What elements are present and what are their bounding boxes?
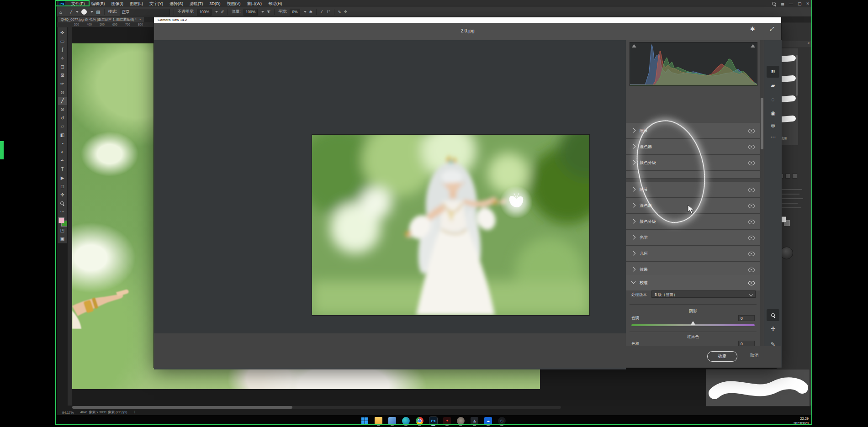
close-button[interactable]: ✕: [806, 1, 810, 6]
horizontal-scrollbar[interactable]: [72, 406, 561, 409]
chevron-down-icon[interactable]: [76, 11, 79, 13]
hand-tool-icon[interactable]: ✣: [58, 190, 67, 199]
eye-icon[interactable]: [748, 252, 755, 256]
red-eye-tool-icon[interactable]: ◉: [767, 107, 779, 119]
scrollbar-thumb[interactable]: [72, 406, 292, 409]
dodge-tool-icon[interactable]: ◐: [58, 148, 67, 157]
eye-icon[interactable]: [748, 161, 755, 165]
search-icon[interactable]: [772, 2, 776, 6]
quick-mask-icon[interactable]: ◳: [58, 226, 67, 235]
crop-tool-icon[interactable]: ⊡: [58, 63, 67, 71]
shape-tool-icon[interactable]: ◻: [58, 182, 67, 190]
maximize-button[interactable]: ▢: [798, 1, 802, 6]
healing-tool-icon[interactable]: ⊜: [58, 88, 67, 97]
hand-tool-icon[interactable]: ✣: [767, 323, 779, 335]
path-select-tool-icon[interactable]: ▶: [58, 174, 67, 182]
angle-value[interactable]: 1°: [326, 10, 330, 14]
edit-tool-icon[interactable]: ≋: [767, 66, 779, 78]
photo-preview[interactable]: [312, 135, 589, 315]
document-tab[interactable]: QHQ_0677.jpg @ 41% (图层副本 1, 图层蒙版/8) * ×: [58, 17, 144, 22]
color-wheel[interactable]: [780, 247, 793, 259]
status-arrow-icon[interactable]: 〉: [133, 410, 137, 415]
app-icon-dark-circle[interactable]: ◴: [498, 417, 506, 425]
camera-raw-preview-area[interactable]: 适应（47%） 30%: [154, 40, 626, 333]
panel-collapse-header[interactable]: «: [777, 41, 811, 47]
section-row-几何[interactable]: 几何: [626, 246, 760, 262]
menu-item[interactable]: 滤镜(T): [186, 0, 206, 7]
move-tool-icon[interactable]: ✜: [58, 28, 67, 37]
eye-icon[interactable]: [748, 129, 755, 133]
eye-icon[interactable]: [748, 204, 755, 208]
type-tool-icon[interactable]: T: [58, 165, 67, 174]
tab-close-icon[interactable]: ×: [139, 17, 141, 22]
camera-raw-titlebar[interactable]: Camera Raw 14.2: [154, 17, 781, 23]
chevron-down-icon[interactable]: [304, 11, 307, 13]
eye-icon[interactable]: [748, 268, 755, 272]
eyedropper-tool-icon[interactable]: ✑: [58, 79, 67, 88]
app-icon-gray-circle[interactable]: [457, 417, 465, 425]
edge-browser-icon[interactable]: [402, 417, 410, 425]
slider-thumb[interactable]: [691, 321, 695, 325]
brush-tool-icon[interactable]: ╱: [58, 97, 67, 105]
eye-icon[interactable]: [748, 281, 755, 285]
pressure-size-icon[interactable]: ✎: [338, 10, 341, 14]
home-icon[interactable]: ⌂: [59, 10, 62, 15]
eye-icon[interactable]: [748, 236, 755, 240]
frame-tool-icon[interactable]: ⊠: [58, 71, 67, 79]
pen-tool-icon[interactable]: ✒: [58, 156, 67, 165]
blur-tool-icon[interactable]: ◔: [58, 139, 67, 148]
gear-icon[interactable]: ✱: [309, 10, 312, 14]
masking-tool-icon[interactable]: ◌: [767, 94, 779, 105]
gear-icon[interactable]: ✱: [750, 26, 755, 32]
scrollbar-thumb[interactable]: [761, 98, 763, 149]
minimize-button[interactable]: —: [789, 1, 793, 6]
edit-toolbar-icon[interactable]: ⋯: [58, 207, 67, 216]
eraser-tool-icon[interactable]: ▱: [58, 122, 67, 131]
marquee-tool-icon[interactable]: ▭: [58, 37, 67, 46]
eye-icon[interactable]: [748, 145, 755, 149]
chrome-browser-icon[interactable]: [416, 417, 423, 425]
app-icon-red[interactable]: ✦: [443, 417, 451, 425]
section-row-颜色分级[interactable]: 颜色分级: [626, 214, 760, 230]
status-zoom[interactable]: 94.17%: [62, 411, 74, 415]
chevron-down-icon[interactable]: [261, 11, 264, 13]
workspace-icon[interactable]: ▦: [781, 2, 784, 6]
file-explorer-icon[interactable]: [375, 417, 382, 425]
eye-icon[interactable]: [748, 188, 755, 192]
zoom-tool-icon[interactable]: [767, 309, 779, 321]
more-options-icon[interactable]: ⋯: [767, 131, 779, 143]
menu-item[interactable]: 图像(I): [108, 0, 127, 7]
tint-slider[interactable]: [631, 324, 755, 326]
mode-select[interactable]: 正常: [120, 9, 170, 16]
brush-settings-panel-icon[interactable]: ▨: [96, 10, 100, 15]
section-calibration-header[interactable]: 校准: [626, 275, 760, 291]
menu-item[interactable]: 窗口(W): [244, 0, 265, 7]
histogram[interactable]: [630, 42, 757, 86]
eye-icon[interactable]: [748, 220, 755, 224]
presets-icon[interactable]: ⊜: [767, 120, 779, 132]
lasso-tool-icon[interactable]: ʃ: [58, 45, 67, 54]
opacity-value[interactable]: 100%: [197, 9, 212, 16]
symmetry-icon[interactable]: ✣: [344, 10, 347, 14]
photoshop-taskbar-icon[interactable]: Ps: [429, 417, 437, 425]
menu-item[interactable]: 视图(V): [224, 0, 244, 7]
menu-item[interactable]: 编辑(E): [88, 0, 108, 7]
foreground-color-swatch[interactable]: [58, 217, 64, 223]
process-version-select[interactable]: 5 版（当前）: [651, 290, 756, 298]
gradient-tool-icon[interactable]: ◧: [58, 131, 67, 139]
section-row-光学[interactable]: 光学: [626, 230, 760, 246]
tint-value[interactable]: 0: [738, 315, 755, 321]
panel-scrollbar[interactable]: [760, 40, 764, 368]
chevron-down-icon[interactable]: [215, 11, 218, 13]
start-button-icon[interactable]: [361, 417, 369, 425]
brush-tool-icon[interactable]: ╱: [70, 10, 72, 14]
menu-item[interactable]: 3D(D): [206, 0, 224, 7]
history-brush-tool-icon[interactable]: ↺: [58, 114, 67, 122]
app-icon-blue-cloud[interactable]: ☁: [484, 417, 492, 425]
airbrush-icon[interactable]: ⧨: [267, 10, 270, 15]
menu-item[interactable]: 文字(Y): [146, 0, 166, 7]
screen-mode-icon[interactable]: ▣: [58, 234, 67, 243]
cancel-button[interactable]: 取消: [750, 353, 758, 358]
menu-item[interactable]: 帮助(H): [265, 0, 286, 7]
pressure-opacity-icon[interactable]: ✐: [221, 10, 224, 14]
